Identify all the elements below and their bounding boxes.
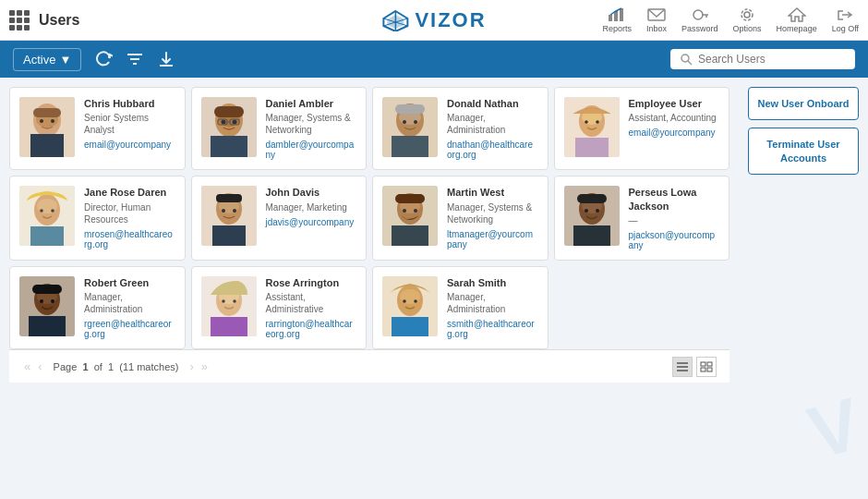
svg-rect-74 bbox=[573, 225, 610, 246]
avatar bbox=[382, 186, 438, 246]
svg-point-91 bbox=[233, 299, 236, 303]
prev-page-button[interactable]: ‹ bbox=[36, 359, 43, 373]
user-role: Manager, Administration bbox=[447, 291, 538, 315]
svg-rect-54 bbox=[30, 226, 64, 246]
user-email[interactable]: dnathan@healthcareorg.org bbox=[447, 140, 538, 160]
svg-rect-28 bbox=[33, 108, 61, 117]
svg-point-95 bbox=[400, 289, 420, 304]
top-bar: Users VIZOR Reports Inbox Password Optio… bbox=[0, 0, 868, 41]
search-area bbox=[670, 49, 855, 69]
svg-rect-78 bbox=[577, 194, 607, 203]
svg-rect-67 bbox=[392, 225, 428, 246]
app-grid-icon[interactable] bbox=[9, 10, 30, 30]
user-email[interactable]: email@yourcompany bbox=[84, 140, 175, 150]
svg-point-96 bbox=[403, 299, 406, 303]
user-card[interactable]: Robert GreenManager, Administrationrgree… bbox=[9, 266, 186, 349]
svg-point-50 bbox=[585, 120, 588, 124]
user-name: Sarah Smith bbox=[447, 276, 538, 289]
user-card[interactable]: Jane Rose DarenDirector, Human Resources… bbox=[9, 176, 186, 261]
user-name: Daniel Ambler bbox=[266, 97, 357, 110]
user-email[interactable]: ssmith@healthcareorg.org bbox=[447, 319, 538, 339]
user-email[interactable]: rarrington@healthcareorg.org bbox=[266, 319, 357, 339]
svg-rect-24 bbox=[30, 134, 64, 157]
search-input[interactable] bbox=[698, 53, 837, 66]
first-page-button[interactable]: « bbox=[22, 359, 32, 373]
user-email[interactable]: dambler@yourcompany bbox=[266, 140, 357, 160]
filter-button[interactable] bbox=[126, 51, 144, 67]
nav-password[interactable]: Password bbox=[681, 7, 718, 33]
avatar bbox=[201, 186, 257, 246]
svg-point-77 bbox=[596, 209, 599, 213]
nav-homepage[interactable]: Homepage bbox=[777, 7, 817, 33]
user-role: Manager, Administration bbox=[447, 112, 538, 136]
svg-rect-41 bbox=[392, 136, 428, 157]
terminate-user-button[interactable]: Terminate User Accounts bbox=[748, 128, 859, 175]
user-email[interactable]: pjackson@yourcompany bbox=[629, 230, 720, 250]
user-role: Senior Systems Analyst bbox=[84, 112, 175, 136]
svg-point-57 bbox=[51, 209, 54, 213]
user-email[interactable]: mrosen@healthcareorg.org bbox=[84, 229, 175, 250]
user-role: Manager, Systems & Networking bbox=[266, 112, 357, 136]
user-info: Jane Rose DarenDirector, Human Resources… bbox=[84, 186, 175, 249]
svg-point-56 bbox=[40, 209, 43, 213]
user-grid: Chris HubbardSenior Systems Analystemail… bbox=[9, 87, 729, 349]
toolbar: Active ▼ bbox=[0, 41, 868, 78]
user-role: — bbox=[629, 214, 720, 226]
pagination-controls: « ‹ Page 1 of 1 (11 matches) › » bbox=[22, 359, 210, 373]
avatar bbox=[564, 97, 620, 157]
user-card[interactable]: Employee UserAssistant, Accountingemail@… bbox=[554, 87, 730, 170]
user-card[interactable]: Donald NathanManager, Administrationdnat… bbox=[372, 87, 549, 170]
user-role: Manager, Marketing bbox=[266, 201, 357, 213]
list-view-button[interactable] bbox=[672, 357, 693, 377]
user-card[interactable]: Martin WestManager, Systems & Networking… bbox=[372, 176, 549, 261]
download-button[interactable] bbox=[157, 51, 175, 67]
svg-point-44 bbox=[414, 120, 417, 124]
user-card[interactable]: Rose ArringtonAssistant, Administrativer… bbox=[191, 266, 368, 349]
user-name: Rose Arrington bbox=[266, 276, 357, 289]
user-name: Jane Rose Daren bbox=[84, 186, 175, 199]
user-email[interactable]: rgreen@healthcareorg.org bbox=[84, 319, 175, 339]
main-area: Chris HubbardSenior Systems Analystemail… bbox=[0, 78, 868, 499]
user-card[interactable]: Perseus Lowa Jackson—pjackson@yourcompan… bbox=[554, 176, 730, 261]
svg-line-21 bbox=[688, 61, 692, 65]
user-card[interactable]: John DavisManager, Marketingjdavis@yourc… bbox=[191, 176, 368, 261]
nav-logoff[interactable]: Log Off bbox=[832, 7, 859, 33]
next-page-button[interactable]: › bbox=[187, 359, 195, 373]
active-filter-dropdown[interactable]: Active ▼ bbox=[13, 48, 81, 71]
svg-rect-101 bbox=[701, 362, 705, 366]
user-email[interactable]: jdavis@yourcompany bbox=[266, 217, 357, 227]
new-user-onboard-button[interactable]: New User Onboard bbox=[748, 87, 859, 120]
svg-rect-102 bbox=[707, 362, 712, 366]
svg-rect-104 bbox=[707, 368, 712, 371]
nav-options[interactable]: Options bbox=[733, 7, 762, 33]
user-card[interactable]: Sarah SmithManager, Administrationssmith… bbox=[372, 266, 549, 349]
svg-point-76 bbox=[585, 209, 588, 213]
svg-rect-31 bbox=[211, 136, 247, 157]
svg-point-9 bbox=[693, 10, 703, 19]
user-info: John DavisManager, Marketingjdavis@yourc… bbox=[266, 186, 357, 226]
svg-point-70 bbox=[414, 209, 417, 213]
nav-reports[interactable]: Reports bbox=[603, 7, 633, 33]
avatar bbox=[201, 97, 257, 157]
last-page-button[interactable]: » bbox=[199, 359, 210, 373]
svg-point-34 bbox=[232, 120, 236, 125]
user-email[interactable]: email@yourcompany bbox=[629, 128, 720, 138]
avatar bbox=[19, 97, 75, 157]
user-card[interactable]: Daniel AmblerManager, Systems & Networki… bbox=[191, 87, 368, 170]
user-email[interactable]: ltmanager@yourcompany bbox=[447, 229, 538, 250]
page-info: Page 1 of 1 (11 matches) bbox=[54, 361, 179, 372]
svg-point-26 bbox=[40, 119, 43, 123]
nav-inbox[interactable]: Inbox bbox=[646, 7, 667, 33]
user-name: Chris Hubbard bbox=[84, 97, 175, 110]
refresh-button[interactable] bbox=[94, 51, 113, 67]
user-name: John Davis bbox=[266, 186, 357, 199]
watermark: V bbox=[800, 382, 868, 477]
svg-point-83 bbox=[40, 299, 43, 303]
svg-marker-14 bbox=[789, 8, 805, 21]
svg-rect-48 bbox=[575, 138, 609, 157]
user-card[interactable]: Chris HubbardSenior Systems Analystemail… bbox=[9, 87, 186, 170]
vizor-logo: VIZOR bbox=[381, 8, 486, 32]
user-info: Daniel AmblerManager, Systems & Networki… bbox=[266, 97, 357, 160]
pagination-bar: « ‹ Page 1 of 1 (11 matches) › » bbox=[9, 349, 729, 383]
grid-view-button[interactable] bbox=[696, 357, 717, 377]
